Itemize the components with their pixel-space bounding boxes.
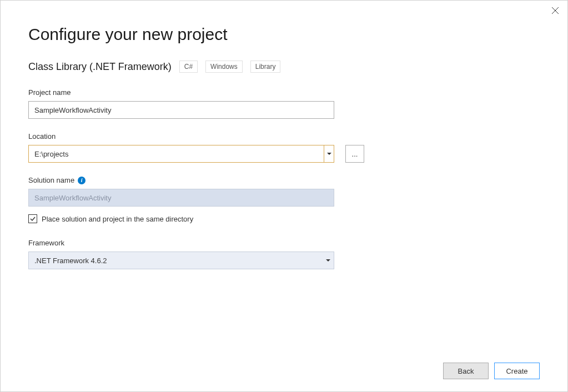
same-directory-label: Place solution and project in the same d… (42, 215, 193, 223)
checkmark-icon (29, 215, 36, 222)
back-button[interactable]: Back (443, 363, 489, 379)
location-input[interactable] (29, 145, 324, 162)
template-info-row: Class Library (.NET Framework) C# Window… (28, 61, 540, 73)
location-label: Location (28, 132, 540, 140)
framework-label: Framework (28, 239, 540, 247)
tag-platform: Windows (205, 61, 243, 73)
solution-name-label-row: Solution name i (28, 176, 540, 184)
location-dropdown-button[interactable] (324, 145, 334, 162)
create-button[interactable]: Create (494, 363, 540, 379)
tag-language: C# (179, 61, 198, 73)
project-name-input[interactable] (28, 101, 334, 119)
project-name-label: Project name (28, 88, 540, 97)
framework-select[interactable]: .NET Framework 4.6.2 (28, 252, 334, 269)
framework-dropdown-button (323, 259, 334, 262)
close-icon[interactable] (551, 6, 560, 15)
same-directory-checkbox[interactable] (28, 214, 37, 223)
page-title: Configure your new project (28, 25, 540, 44)
framework-value: .NET Framework 4.6.2 (29, 257, 323, 265)
solution-name-label: Solution name (28, 176, 74, 184)
browse-button[interactable]: ... (345, 145, 364, 163)
solution-name-input: SampleWorkflowActivity (28, 189, 334, 207)
tag-project-type: Library (250, 61, 281, 73)
template-name: Class Library (.NET Framework) (28, 61, 172, 73)
chevron-down-icon (327, 153, 331, 155)
chevron-down-icon (326, 259, 330, 262)
location-input-wrapper (28, 145, 334, 163)
info-icon[interactable]: i (78, 177, 86, 184)
